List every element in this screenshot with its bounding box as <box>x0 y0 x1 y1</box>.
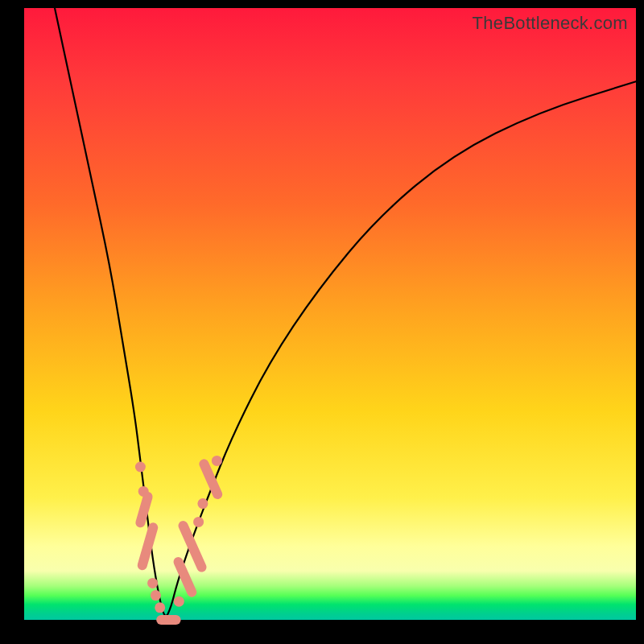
marker-dot <box>174 597 184 607</box>
marker-capsule <box>136 522 159 572</box>
plot-area: TheBottleneck.com <box>24 8 636 620</box>
marker-capsule <box>134 491 154 529</box>
marker-dot <box>197 498 208 509</box>
marker-group <box>134 456 224 625</box>
marker-dot <box>193 517 204 527</box>
marker-dot <box>135 462 146 473</box>
marker-dot <box>147 578 158 588</box>
marker-capsule <box>163 615 180 625</box>
marker-dot <box>151 590 161 601</box>
marker-dot <box>155 602 165 613</box>
marker-dot <box>212 456 222 466</box>
bottleneck-curve-svg <box>24 8 636 620</box>
chart-frame: TheBottleneck.com <box>0 0 644 644</box>
